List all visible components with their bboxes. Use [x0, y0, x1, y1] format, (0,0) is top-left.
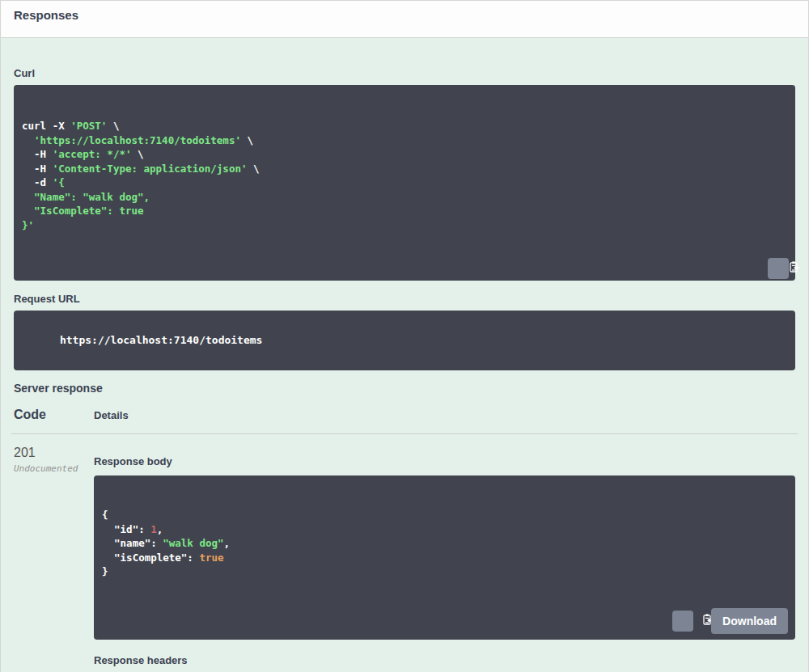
response-headers-label: Response headers	[94, 654, 795, 666]
server-response-table: Code Details 201 Undocumented Response b…	[14, 408, 795, 672]
curl-command-block: curl -X 'POST' \ 'https://localhost:7140…	[14, 85, 795, 281]
curl-label: Curl	[14, 67, 795, 79]
column-header-details: Details	[94, 409, 795, 421]
server-response-title: Server response	[14, 382, 795, 395]
download-button[interactable]: Download	[711, 608, 788, 634]
status-code-cell: 201 Undocumented	[14, 446, 94, 672]
server-response-row: 201 Undocumented Response body { "id": 1…	[14, 434, 795, 672]
response-body-block: { "id": 1, "name": "walk dog", "isComple…	[94, 475, 795, 640]
response-body-label: Response body	[94, 455, 795, 467]
panel-header: Responses	[1, 1, 808, 38]
panel-body: Curl curl -X 'POST' \ 'https://localhost…	[1, 38, 808, 672]
status-code: 201	[14, 446, 94, 460]
copy-icon	[652, 601, 713, 640]
undocumented-note: Undocumented	[14, 463, 94, 474]
copy-curl-button[interactable]	[768, 258, 789, 279]
request-url-block: https://localhost:7140/todoitems	[14, 311, 795, 371]
copy-icon	[756, 248, 799, 288]
copy-response-button[interactable]	[672, 611, 693, 632]
column-header-code: Code	[14, 408, 94, 422]
server-response-table-head: Code Details	[14, 408, 795, 433]
details-cell: Response body { "id": 1, "name": "walk d…	[94, 446, 795, 672]
response-body-json: { "id": 1, "name": "walk dog", "isComple…	[102, 508, 787, 579]
curl-command-text: curl -X 'POST' \ 'https://localhost:7140…	[22, 119, 787, 232]
request-url-label: Request URL	[14, 293, 795, 305]
request-url-value: https://localhost:7140/todoitems	[60, 334, 262, 346]
page-title: Responses	[14, 8, 795, 22]
responses-panel: Responses Curl curl -X 'POST' \ 'https:/…	[0, 0, 809, 672]
